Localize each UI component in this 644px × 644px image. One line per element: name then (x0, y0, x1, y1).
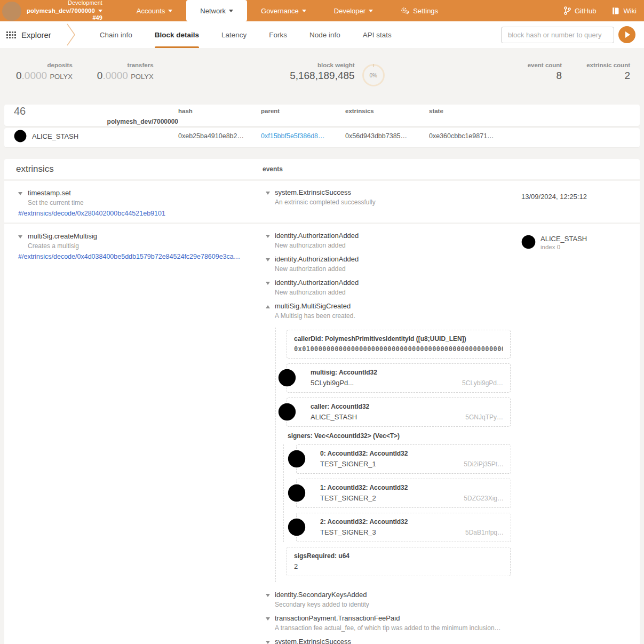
extrinsics-root-hash: 0x56d943dbb7385… (345, 132, 429, 140)
apps-grid-icon (6, 31, 16, 38)
tab-forks[interactable]: Forks (258, 21, 298, 48)
deposits-decimals: .0000 (22, 70, 47, 81)
param-value: 5CLybi9gPd... (311, 379, 354, 387)
account-identicon[interactable] (288, 450, 306, 468)
block-author: ALICE_STASH (32, 132, 78, 140)
param-signer-1: 1: AccountId32: AccountId32 TEST_SIGNER_… (296, 479, 511, 508)
tab-node-info[interactable]: Node info (298, 21, 352, 48)
event-name: transactionPayment.TransactionFeePaid (275, 615, 501, 623)
param-title: 2: AccountId32: AccountId32 (320, 518, 504, 526)
event-doc: An extrinsic completed successfully (275, 198, 376, 206)
param-value: ALICE_STASH (311, 413, 357, 421)
decode-link[interactable]: #/extrinsics/decode/0x280402000bc44521eb… (18, 210, 261, 217)
block-weight-percent: 0% (369, 73, 377, 78)
event-name: identity.AuthorizationAdded (275, 232, 359, 240)
event-doc: New authorization added (275, 265, 359, 273)
deposits-label: deposits (16, 62, 73, 68)
tab-api-stats[interactable]: API stats (352, 21, 403, 48)
parent-hash-link[interactable]: 0xf15bbf5e5f386d8… (261, 132, 345, 140)
github-icon (563, 6, 571, 15)
block-query (501, 26, 635, 43)
tab-chain-info[interactable]: Chain info (89, 21, 144, 48)
chevron-down-icon (168, 10, 172, 12)
extrinsic-count-stat: extrinsic count 2 (586, 62, 630, 82)
extrinsic-row-create-multisig: multiSig.createMultisig Creates a multis… (4, 222, 640, 644)
signer-index: index 0 (540, 244, 587, 250)
expand-toggle-icon[interactable] (266, 641, 270, 644)
explorer-tabs: Chain info Block details Latency Forks N… (89, 21, 403, 48)
book-icon (612, 7, 619, 15)
extrinsic-doc: Creates a multisig (28, 242, 97, 250)
account-identicon[interactable] (278, 403, 296, 421)
param-title: caller: AccountId32 (311, 403, 503, 410)
account-identicon[interactable] (288, 518, 306, 536)
transfers-label: transfers (97, 62, 154, 68)
chain-info-block: Development polymesh_dev/7000000 #49 (27, 0, 102, 22)
event-name: system.ExtrinsicSuccess (275, 638, 376, 644)
explorer-subnav: Explorer Chain info Block details Latenc… (0, 21, 644, 48)
chevron-down-icon (98, 10, 102, 12)
menu-network[interactable]: Network (186, 0, 247, 21)
expand-toggle-icon[interactable] (266, 192, 270, 195)
events-column-header: events (261, 165, 521, 173)
deposits-value: 0 (16, 70, 22, 81)
chain-selector[interactable]: Development polymesh_dev/7000000 #49 (2, 0, 102, 22)
chevron-down-icon (229, 10, 233, 12)
collapse-toggle-icon[interactable] (266, 305, 270, 308)
expand-toggle-icon[interactable] (18, 192, 22, 195)
param-address: 5DaB1nfpq… (465, 529, 504, 536)
expand-toggle-icon[interactable] (266, 282, 270, 285)
transfers-value: 0 (97, 70, 103, 81)
account-identicon[interactable] (14, 130, 27, 142)
extrinsics-panel-header: extrinsics events (4, 159, 640, 181)
account-identicon[interactable] (288, 484, 306, 502)
menu-settings-label: Settings (413, 7, 438, 15)
expand-toggle-icon[interactable] (266, 235, 270, 238)
block-weight-value: 5,168,189,485 (290, 70, 355, 82)
wiki-link[interactable]: Wiki (612, 7, 637, 15)
expand-toggle-icon[interactable] (266, 594, 270, 597)
param-value: TEST_SIGNER_2 (320, 494, 376, 502)
event-name: identity.SecondaryKeysAdded (275, 591, 369, 599)
param-address: 5CLybi9gPd… (462, 379, 503, 387)
transfers-decimals: .0000 (102, 70, 128, 81)
expand-toggle-icon[interactable] (18, 235, 22, 238)
expand-toggle-icon[interactable] (266, 617, 270, 621)
event-name: identity.AuthorizationAdded (275, 279, 359, 287)
tab-block-details[interactable]: Block details (144, 21, 210, 48)
event-name: identity.AuthorizationAdded (275, 256, 359, 264)
account-identicon[interactable] (521, 235, 536, 249)
block-weight-stat: block weight 5,168,189,485 (290, 62, 355, 82)
wiki-label: Wiki (623, 7, 637, 15)
decode-link[interactable]: #/extrinsics/decode/0x4d038400be5ddb1579… (18, 253, 261, 260)
block-number: 46 (14, 105, 178, 117)
account-identicon[interactable] (278, 369, 296, 387)
extrinsic-method: multiSig.createMultisig (28, 233, 97, 241)
menu-developer-label: Developer (334, 7, 365, 15)
menu-developer[interactable]: Developer (320, 0, 387, 21)
event-name: system.ExtrinsicSuccess (275, 189, 376, 197)
extrinsic-doc: Set the current time (28, 199, 84, 206)
menu-accounts[interactable]: Accounts (123, 0, 186, 21)
param-caller-did: callerDid: PolymeshPrimitivesIdentityId … (287, 330, 511, 359)
menu-accounts-label: Accounts (137, 7, 165, 15)
expand-toggle-icon[interactable] (266, 258, 270, 261)
param-caller: caller: AccountId32 ALICE_STASH 5GNJqTPy… (287, 397, 511, 427)
menu-governance-label: Governance (261, 7, 299, 15)
tab-latency[interactable]: Latency (210, 21, 258, 48)
param-title: multisig: AccountId32 (311, 369, 503, 376)
block-query-input[interactable] (501, 27, 614, 43)
chain-name: polymesh_dev/7000000 (27, 7, 95, 14)
main-menu: Accounts Network Governance Developer Se… (123, 0, 452, 21)
query-submit-button[interactable] (618, 26, 635, 43)
menu-governance[interactable]: Governance (247, 0, 320, 21)
block-weight-label: block weight (290, 62, 355, 68)
runtime-version: polymesh_dev/7000000 (14, 118, 178, 125)
event-doc: New authorization added (275, 242, 359, 249)
block-summary: deposits 0.0000 POLYX transfers 0.0000 P… (0, 48, 644, 105)
menu-settings[interactable]: Settings (387, 0, 452, 21)
github-link[interactable]: GitHub (563, 6, 596, 15)
param-address: 5GNJqTPy… (465, 414, 503, 421)
param-address: 5DZG23Xig… (464, 495, 504, 502)
event-transaction-fee-paid: transactionPayment.TransactionFeePaid A … (266, 611, 521, 634)
